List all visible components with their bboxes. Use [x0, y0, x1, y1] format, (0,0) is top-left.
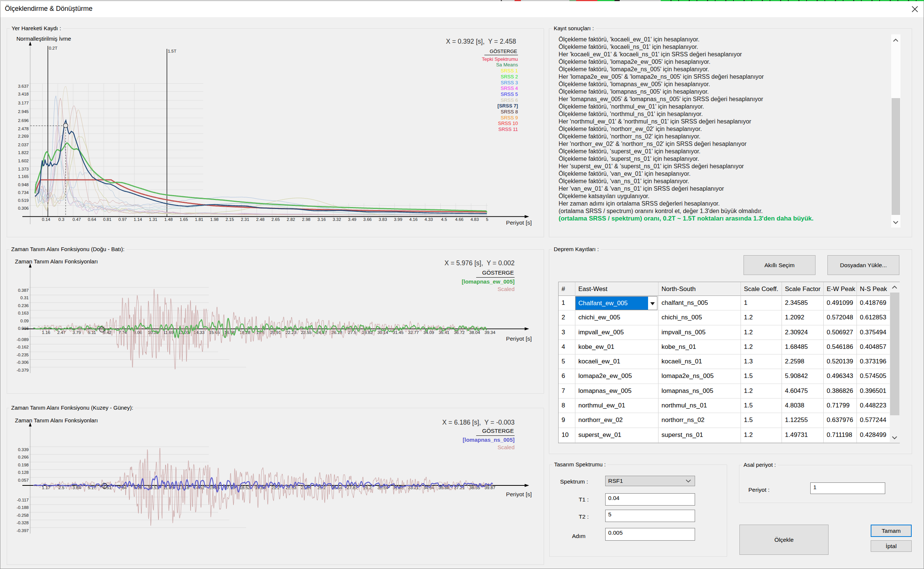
svg-text:Periyot [s]: Periyot [s] [506, 491, 532, 497]
svg-text:-0.117: -0.117 [17, 498, 29, 502]
svg-text:-0.258: -0.258 [17, 513, 29, 517]
svg-text:-0.397: -0.397 [17, 528, 29, 533]
svg-text:0.266: 0.266 [18, 455, 29, 459]
svg-text:0.057: 0.057 [18, 478, 29, 482]
svg-text:0.339: 0.339 [18, 447, 29, 452]
svg-text:0.128: 0.128 [18, 470, 29, 475]
svg-text:27.87: 27.87 [347, 485, 358, 490]
svg-text:0.198: 0.198 [18, 463, 29, 467]
svg-text:-0.188: -0.188 [17, 505, 29, 510]
svg-text:-0.328: -0.328 [17, 520, 29, 525]
